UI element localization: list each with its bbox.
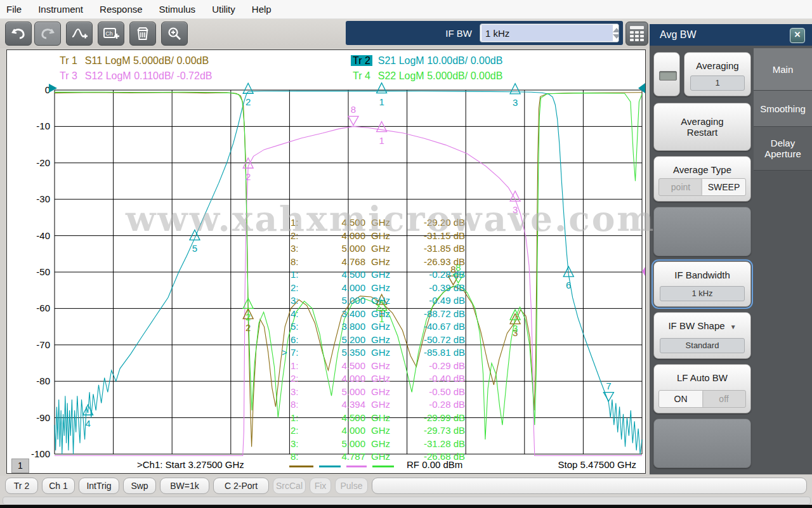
svg-text:2: 2	[246, 311, 251, 322]
status-pill-fix[interactable]: Fix	[310, 478, 331, 494]
lf-auto-bw-button[interactable]: LF Auto BW ON off	[653, 364, 751, 414]
marker-s21-6: 6	[563, 266, 573, 290]
if-bandwidth-button[interactable]: IF Bandwidth 1 kHz	[653, 261, 751, 307]
average-type-label: Average Type	[654, 164, 750, 175]
if-bw-input-wrap	[480, 23, 619, 42]
close-button[interactable]: ✕	[790, 28, 805, 43]
menu-item-response[interactable]: Response	[100, 4, 143, 15]
status-pill-c-2-port[interactable]: C 2-Port	[213, 478, 269, 494]
menu-item-help[interactable]: Help	[252, 4, 272, 15]
marker-row-s12-1: 1:4.500GHz-0.29 dB	[282, 360, 465, 372]
menu-item-file[interactable]: File	[6, 4, 22, 15]
svg-text:1: 1	[379, 135, 384, 146]
add-trace-icon	[71, 27, 88, 41]
averaging-toggle-button[interactable]	[653, 52, 680, 96]
delete-button[interactable]	[129, 22, 156, 46]
stop-frequency-label: Stop 5.47500 GHz	[558, 459, 636, 470]
average-type-button[interactable]: Average Type point SWEEP	[653, 156, 751, 202]
chevron-down-icon: ▼	[730, 323, 737, 330]
channel-status-row: 1 >Ch1: Start 3.27500 GHz RF 0.00 dBm St…	[7, 458, 645, 473]
zoom-button[interactable]	[161, 22, 188, 46]
status-bar: Tr 2Ch 1IntTrigSwpBW=1kC 2-PortSrcCalFix…	[0, 476, 812, 508]
blank-softkey-1	[653, 207, 751, 256]
menu-item-instrument[interactable]: Instrument	[38, 4, 83, 15]
sidebar-title: Avg BW	[650, 24, 812, 46]
if-bw-spinner[interactable]	[613, 24, 619, 42]
keypad-button[interactable]	[625, 22, 648, 46]
marker-row-s21-5: 5:3.800GHz-40.67 dB	[282, 320, 465, 333]
marker-row-s12-3: 3:5.000GHz-0.50 dB	[282, 386, 465, 398]
status-pill-tr-2[interactable]: Tr 2	[5, 478, 38, 494]
y-axis-tick: -10	[36, 120, 50, 131]
undo-icon	[11, 27, 26, 41]
status-pill-inttrig[interactable]: IntTrig	[79, 478, 119, 494]
plot-panel: Tr 1 S11 LogM 5.000dB/ 0.00dBTr 2 S21 Lo…	[6, 49, 646, 474]
marker-row-s12-8: 8:4.394GHz-0.28 dB	[282, 398, 465, 411]
marker-row-s11-2: 2:4.000GHz-31.15 dB	[282, 230, 465, 242]
add-trace-button[interactable]	[66, 22, 93, 46]
if-bw-shape-button[interactable]: IF BW Shape▼ Standard	[653, 312, 751, 359]
if-bw-shape-label: IF BW Shape	[668, 320, 724, 331]
marker-s21-7: 7	[603, 381, 613, 401]
marker-row-s22-3: 3:5.000GHz-31.28 dB	[282, 438, 465, 450]
svg-text:Ch: Ch	[105, 30, 113, 37]
y-axis-tick: -90	[36, 412, 50, 423]
add-channel-button[interactable]: Ch	[98, 22, 124, 46]
spinner-up-icon[interactable]	[613, 28, 619, 32]
average-type-point-option[interactable]: point	[659, 179, 702, 195]
svg-text:4: 4	[85, 418, 90, 429]
marker-row-s11-8: 8:4.768GHz-26.93 dB	[282, 256, 465, 268]
status-pill-srccal[interactable]: SrcCal	[273, 478, 306, 494]
y-axis-tick: -70	[36, 339, 50, 350]
status-pill-pulse[interactable]: Pulse	[335, 478, 368, 494]
start-frequency-label: >Ch1: Start 3.27500 GHz	[137, 459, 244, 470]
tab-delay-aperture[interactable]: Delay Aperture	[754, 127, 812, 171]
marker-row-s22-1: 1:4.500GHz-29.99 dB	[282, 412, 465, 424]
averaging-button[interactable]: Averaging 1	[684, 52, 751, 96]
lf-auto-bw-segment: ON off	[658, 390, 746, 408]
svg-text:1: 1	[379, 96, 384, 107]
svg-text:3: 3	[513, 323, 518, 334]
marker-s12-1: 1	[377, 122, 387, 146]
if-bandwidth-label: IF Bandwidth	[654, 270, 750, 280]
svg-text:2: 2	[246, 322, 251, 333]
lf-auto-bw-off-option[interactable]: off	[702, 391, 745, 407]
marker-s21-2: 2	[243, 83, 253, 107]
marker-row-s11-3: 3:5.000GHz-31.85 dB	[282, 242, 465, 255]
marker-s12-3: 3	[510, 191, 520, 215]
menu-item-utility[interactable]: Utility	[212, 4, 235, 15]
tab-main[interactable]: Main	[754, 48, 812, 91]
if-bandwidth-value: 1 kHz	[660, 286, 745, 301]
status-pill-swp[interactable]: Swp	[123, 478, 156, 494]
status-pill-ch-1[interactable]: Ch 1	[42, 478, 75, 494]
marker-s21-5: 5	[190, 230, 200, 254]
zoom-icon	[167, 27, 181, 41]
undo-button[interactable]	[5, 22, 32, 46]
channel-badge[interactable]: 1	[11, 459, 29, 473]
tab-smoothing[interactable]: Smoothing	[754, 91, 812, 127]
svg-text:2: 2	[246, 171, 251, 182]
status-pill-bw-1k[interactable]: BW=1k	[160, 478, 209, 494]
menu-bar: FileInstrumentResponseStimulusUtilityHel…	[0, 0, 812, 19]
if-bw-label: IF BW	[445, 28, 472, 39]
marker-row-s11-1: 1:4.500GHz-29.20 dB	[282, 216, 465, 229]
y-axis-tick: -30	[36, 193, 50, 204]
bottom-edge	[0, 505, 812, 508]
svg-text:7: 7	[606, 381, 611, 391]
average-type-segment: point SWEEP	[658, 178, 746, 196]
svg-text:5: 5	[192, 243, 197, 254]
average-type-sweep-option[interactable]: SWEEP	[702, 179, 745, 195]
trace2-swatch	[319, 466, 341, 467]
y-axis-tick: -40	[36, 230, 50, 241]
lf-auto-bw-on-option[interactable]: ON	[659, 391, 702, 407]
spinner-down-icon[interactable]	[613, 34, 619, 39]
redo-button[interactable]	[34, 22, 61, 46]
trace4-swatch	[372, 466, 394, 467]
y-axis-tick: -20	[36, 157, 50, 168]
tr2-ref-arrow-left-icon	[49, 84, 57, 93]
marker-s21-3: 3	[510, 84, 520, 108]
svg-text:3: 3	[513, 97, 518, 108]
if-bw-input[interactable]	[481, 25, 613, 41]
menu-item-stimulus[interactable]: Stimulus	[159, 4, 196, 15]
averaging-restart-button[interactable]: Averaging Restart	[653, 103, 751, 151]
